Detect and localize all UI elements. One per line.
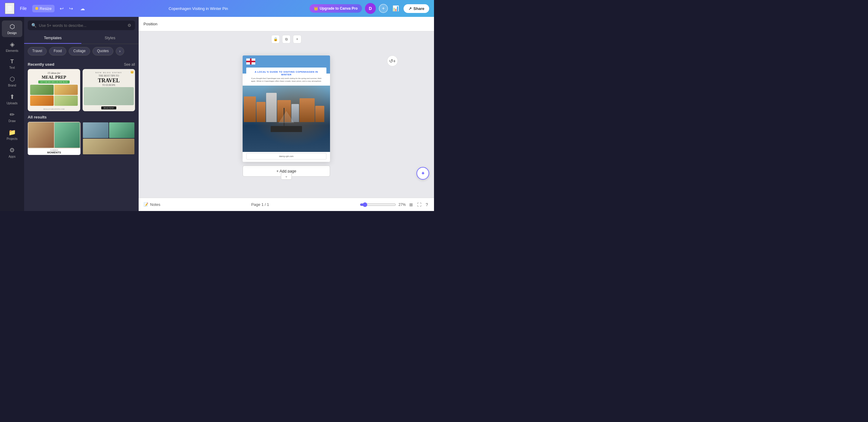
recently-used-header: Recently used See all	[28, 62, 135, 67]
chip-travel[interactable]: Travel	[28, 47, 47, 56]
menu-button[interactable]: ☰	[5, 3, 14, 14]
collage-cell2	[109, 122, 135, 138]
chip-quotes[interactable]: Quotes	[93, 47, 113, 56]
undo-button[interactable]: ↩	[58, 4, 66, 13]
recently-used-grid: 15 ideas for MEAL PREP GET THE RECIPES O…	[28, 69, 135, 111]
chip-food[interactable]: Food	[49, 47, 66, 56]
sidebar-item-uploads[interactable]: ⬆ Uploads	[2, 91, 22, 107]
position-label: Position	[144, 22, 157, 26]
tc1-img1	[30, 85, 54, 95]
crown-icon: 👑	[314, 6, 318, 10]
grid-view-button[interactable]: ⊞	[408, 201, 414, 208]
see-all-link[interactable]: See all	[124, 62, 135, 67]
filter-icon[interactable]: ⚙	[127, 23, 131, 28]
crown-icon: 👑	[130, 70, 134, 73]
zoom-slider[interactable]	[360, 202, 396, 207]
sidebar-item-design[interactable]: ⬡ Design	[2, 21, 22, 37]
fullscreen-button[interactable]: ⛶	[416, 201, 423, 208]
share-button[interactable]: ↗ Share	[404, 4, 429, 13]
topbar-center: Copenhagen Visiting in Winter Pin	[91, 6, 306, 11]
search-input[interactable]	[39, 23, 125, 28]
search-bar: 🔍 ⚙	[28, 21, 135, 30]
summer-text-area: SUMMER MOMENTS	[28, 148, 81, 155]
meal-prep-preview: 15 ideas for MEAL PREP GET THE RECIPES O…	[28, 69, 80, 111]
boat-body	[271, 126, 302, 132]
copy-button[interactable]: ⧉	[282, 35, 290, 43]
page-info: Page 1 / 1	[251, 202, 269, 207]
denmark-flag	[246, 58, 255, 64]
avatar-button[interactable]: D	[365, 3, 376, 14]
tc1-img3	[30, 95, 54, 106]
tc1-subtitle: 15 ideas for	[30, 71, 78, 74]
view-buttons: ⊞ ⛶ ?	[408, 201, 429, 208]
notes-button[interactable]: 📝 Notes	[144, 202, 160, 207]
add-collaborator-button[interactable]: +	[379, 4, 388, 13]
share-icon: ↗	[408, 6, 412, 11]
chips-more-button[interactable]: ›	[116, 47, 124, 56]
result-card-summer[interactable]: SUMMER MOMENTS	[28, 122, 81, 155]
icon-sidebar: ⬡ Design ◈ Elements T Text ⬡ Brand ⬆ Upl…	[0, 17, 24, 211]
magic-button[interactable]: ✦	[416, 167, 429, 180]
topbar-left: ☰ File Resize ↩ ↪ ☁	[5, 3, 87, 14]
topbar-right: 👑 Upgrade to Canva Pro D + 📊 ↗ Share	[310, 3, 429, 14]
sidebar-item-elements[interactable]: ◈ Elements	[2, 38, 22, 55]
text-icon: T	[10, 58, 14, 65]
redo-button[interactable]: ↪	[67, 4, 75, 13]
tc1-image-area	[30, 85, 78, 106]
brand-icon: ⬡	[10, 76, 15, 83]
panel-tabs: Templates Styles	[24, 33, 138, 44]
tc1-img2	[54, 85, 78, 95]
sidebar-item-brand[interactable]: ⬡ Brand	[2, 73, 22, 90]
tab-templates[interactable]: Templates	[24, 33, 82, 44]
apps-icon: ⚙	[9, 147, 15, 154]
results-col-right	[82, 122, 135, 155]
tc1-title: MEAL PREP	[30, 75, 78, 80]
pin-photo	[243, 86, 330, 152]
recently-used-title: Recently used	[28, 62, 54, 67]
draw-icon: ✏	[10, 111, 15, 118]
chip-collage[interactable]: Collage	[69, 47, 90, 56]
uploads-icon: ⬆	[10, 93, 15, 100]
tc2-tag: NEW BLOG ENTRY	[85, 71, 133, 74]
travel-preview: NEW BLOG ENTRY THE BEST TIPS TO TRAVEL T…	[83, 69, 135, 111]
document-title: Copenhagen Visiting in Winter Pin	[169, 6, 228, 11]
design-canvas[interactable]: A LOCAL'S GUIDE TO VISITING COPENHAGEN I…	[243, 56, 330, 162]
sidebar-item-draw[interactable]: ✏ Draw	[2, 109, 22, 125]
stats-button[interactable]: 📊	[391, 4, 401, 13]
main-layout: ⬡ Design ◈ Elements T Text ⬡ Brand ⬆ Upl…	[0, 17, 434, 211]
tab-styles[interactable]: Styles	[82, 33, 138, 44]
undo-redo-group: ↩ ↪	[58, 4, 75, 13]
boat-sail	[278, 111, 294, 123]
flag-cross-vertical	[250, 58, 252, 64]
resize-button[interactable]: Resize	[32, 5, 55, 12]
summer-img-grid	[28, 122, 81, 148]
sidebar-item-projects[interactable]: 📁 Projects	[2, 126, 22, 143]
lock-button[interactable]: 🔒	[271, 35, 280, 43]
projects-icon: 📁	[8, 129, 16, 136]
canvas-wrapper[interactable]: 🔒 ⧉ + ↺+	[138, 31, 434, 198]
summer-title: MOMENTS	[30, 151, 79, 154]
zoom-label: 27%	[398, 203, 406, 207]
tc2-main: TRAVEL	[85, 78, 133, 83]
template-card-travel[interactable]: NEW BLOG ENTRY THE BEST TIPS TO TRAVEL T…	[83, 69, 135, 111]
elements-icon: ◈	[10, 41, 14, 48]
show-pages-control: ⌄	[281, 173, 292, 180]
file-button[interactable]: File	[18, 5, 29, 12]
pin-heading: A LOCAL'S GUIDE TO VISITING COPENHAGEN I…	[250, 70, 323, 76]
filter-chips: Travel Food Collage Quotes ›	[24, 44, 138, 58]
template-card-meal-prep[interactable]: 15 ideas for MEAL PREP GET THE RECIPES O…	[28, 69, 80, 111]
tc1-footer: REALLYGREATSITE.COM	[28, 108, 80, 110]
collage-cell3	[83, 139, 134, 154]
rotate-button[interactable]: ↺+	[387, 56, 398, 66]
sidebar-item-apps[interactable]: ⚙ Apps	[2, 144, 22, 161]
pin-footer-url: danny-cph.com	[246, 153, 327, 159]
show-pages-button[interactable]: ⌄	[281, 173, 292, 180]
add-button[interactable]: +	[293, 35, 301, 43]
help-button[interactable]: ?	[424, 201, 429, 208]
search-icon: 🔍	[31, 23, 36, 28]
canvas-top-controls: 🔒 ⧉ +	[271, 35, 301, 43]
save-cloud-button[interactable]: ☁	[78, 4, 87, 13]
upgrade-button[interactable]: 👑 Upgrade to Canva Pro	[310, 4, 362, 13]
sidebar-item-text[interactable]: T Text	[2, 56, 22, 72]
result-card-collage[interactable]	[82, 122, 135, 155]
